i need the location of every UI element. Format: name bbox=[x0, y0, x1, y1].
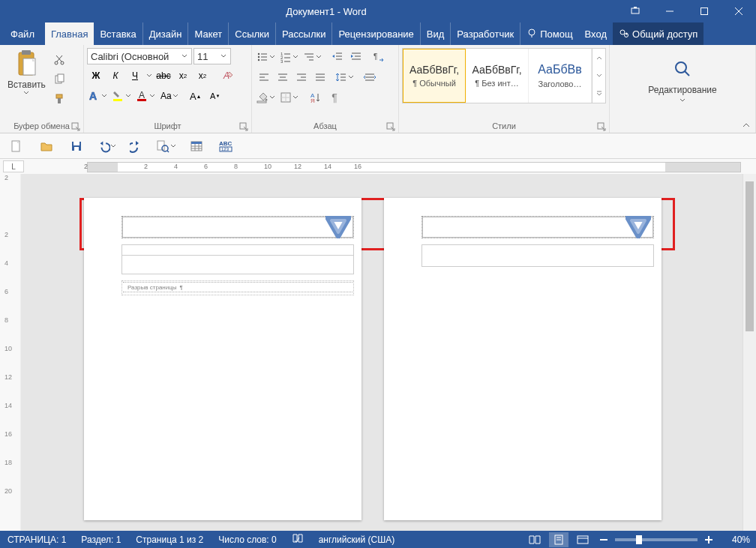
view-read-mode[interactable] bbox=[525, 532, 544, 547]
grow-font-button[interactable]: A▲ bbox=[187, 87, 205, 105]
redo-button[interactable] bbox=[126, 136, 147, 156]
ribbon-display-options-icon[interactable] bbox=[618, 0, 652, 22]
zoom-percent[interactable]: 40% bbox=[720, 535, 750, 545]
maximize-button[interactable] bbox=[687, 0, 722, 22]
clear-formatting-button[interactable]: A bbox=[219, 67, 237, 85]
svg-rect-85 bbox=[74, 147, 79, 151]
underline-button[interactable]: Ч bbox=[126, 67, 144, 85]
subscript-button[interactable]: x2 bbox=[174, 67, 192, 85]
tab-insert[interactable]: Вставка bbox=[94, 22, 142, 45]
share-button[interactable]: Общий доступ bbox=[613, 22, 704, 45]
pages-canvas[interactable]: Разрыв страницы ¶ bbox=[21, 174, 742, 531]
save-button[interactable] bbox=[66, 136, 87, 156]
collapse-ribbon-icon[interactable] bbox=[742, 121, 751, 130]
align-center-button[interactable] bbox=[274, 68, 292, 86]
align-right-button[interactable] bbox=[292, 68, 310, 86]
horizontal-ruler[interactable]: L 2246810121416 bbox=[0, 159, 756, 174]
vertical-ruler[interactable]: 22468101214161820 bbox=[0, 174, 21, 531]
dialog-launcher-icon[interactable] bbox=[239, 122, 248, 131]
font-color-button[interactable]: A bbox=[135, 87, 158, 105]
new-doc-button[interactable] bbox=[6, 136, 27, 156]
numbered-list-button[interactable]: 123 bbox=[278, 48, 301, 66]
dialog-launcher-icon[interactable] bbox=[597, 122, 606, 131]
style-normal[interactable]: АаБбВвГг, ¶ Обычный bbox=[403, 49, 466, 103]
tab-selector[interactable]: L bbox=[3, 160, 24, 172]
strikethrough-button[interactable]: abc bbox=[154, 67, 172, 85]
style-name: ¶ Обычный bbox=[412, 79, 456, 88]
shrink-font-button[interactable]: A▼ bbox=[206, 87, 224, 105]
format-painter-button[interactable] bbox=[50, 90, 68, 108]
tab-developer[interactable]: Разработчик bbox=[451, 22, 520, 45]
shading-button[interactable] bbox=[255, 88, 278, 106]
word-count-button[interactable]: ABC123 bbox=[216, 136, 237, 156]
dialog-launcher-icon[interactable] bbox=[71, 122, 80, 131]
line-spacing-button[interactable] bbox=[334, 68, 356, 86]
view-web-layout[interactable] bbox=[573, 532, 592, 547]
borders-button[interactable] bbox=[278, 88, 301, 106]
svg-text:A: A bbox=[89, 90, 97, 102]
font-size-combo[interactable]: 11 bbox=[194, 48, 231, 64]
zoom-slider[interactable] bbox=[615, 538, 698, 541]
vertical-scrollbar[interactable] bbox=[742, 174, 756, 531]
zoom-in-button[interactable] bbox=[702, 532, 716, 547]
svg-text:123: 123 bbox=[221, 147, 230, 151]
left-to-right-button[interactable]: ¶ bbox=[370, 48, 388, 66]
style-no-spacing[interactable]: АаБбВвГг, ¶ Без инт… bbox=[466, 49, 529, 103]
open-button[interactable] bbox=[36, 136, 57, 156]
text-effects-button[interactable]: A bbox=[87, 87, 110, 105]
styles-row-down[interactable] bbox=[592, 67, 605, 85]
view-print-layout[interactable] bbox=[549, 532, 568, 547]
highlight-button[interactable] bbox=[111, 87, 134, 105]
undo-button[interactable] bbox=[96, 136, 117, 156]
numbering-icon: 123 bbox=[280, 51, 292, 63]
tab-view[interactable]: Вид bbox=[421, 22, 452, 45]
tab-references[interactable]: Ссылки bbox=[229, 22, 276, 45]
show-marks-button[interactable]: ¶ bbox=[326, 88, 344, 106]
tell-me-label: Помощ bbox=[540, 28, 572, 40]
cut-button[interactable] bbox=[50, 51, 68, 69]
status-page-of[interactable]: Страница 1 из 2 bbox=[128, 535, 211, 545]
editing-button[interactable]: Редактирование bbox=[639, 54, 725, 110]
tab-layout[interactable]: Макет bbox=[188, 22, 229, 45]
sort-button[interactable]: АЯ bbox=[307, 88, 325, 106]
paste-button[interactable]: Вставить bbox=[3, 48, 50, 97]
superscript-button[interactable]: x2 bbox=[194, 67, 212, 85]
distributed-button[interactable] bbox=[361, 68, 379, 86]
tab-file[interactable]: Файл bbox=[0, 22, 45, 45]
bullet-list-button[interactable] bbox=[255, 48, 278, 66]
tab-design[interactable]: Дизайн bbox=[143, 22, 189, 45]
status-proofing[interactable] bbox=[284, 533, 311, 546]
bold-button[interactable]: Ж bbox=[87, 67, 105, 85]
minimize-button[interactable] bbox=[652, 0, 687, 22]
styles-expand[interactable] bbox=[592, 85, 605, 103]
insert-table-button[interactable] bbox=[186, 136, 207, 156]
style-heading1[interactable]: АаБбВв Заголово… bbox=[529, 49, 592, 103]
tab-home[interactable]: Главная bbox=[45, 22, 94, 45]
tab-review[interactable]: Рецензирование bbox=[332, 22, 420, 45]
dialog-launcher-icon[interactable] bbox=[386, 122, 395, 131]
copy-button[interactable] bbox=[50, 70, 68, 88]
print-preview-button[interactable] bbox=[156, 136, 177, 156]
align-left-button[interactable] bbox=[255, 68, 273, 86]
status-section[interactable]: Раздел: 1 bbox=[74, 535, 128, 545]
font-name-combo[interactable]: Calibri (Основной bbox=[87, 48, 192, 64]
status-language[interactable]: английский (США) bbox=[311, 535, 402, 545]
close-button[interactable] bbox=[722, 0, 756, 22]
increase-indent-button[interactable] bbox=[347, 48, 365, 66]
tab-mailings[interactable]: Рассылки bbox=[276, 22, 332, 45]
styles-row-up[interactable] bbox=[592, 49, 605, 67]
status-words[interactable]: Число слов: 0 bbox=[211, 535, 284, 545]
justify-button[interactable] bbox=[311, 68, 329, 86]
status-page[interactable]: СТРАНИЦА: 1 bbox=[0, 535, 74, 545]
zoom-out-button[interactable] bbox=[597, 532, 610, 547]
styles-gallery-more[interactable] bbox=[592, 49, 605, 103]
change-case-button[interactable]: Aa bbox=[159, 87, 181, 105]
italic-button[interactable]: К bbox=[106, 67, 124, 85]
tell-me-button[interactable]: Помощ bbox=[520, 22, 578, 45]
chevron-up-icon bbox=[596, 55, 602, 61]
multilevel-list-button[interactable] bbox=[302, 48, 324, 66]
word-count-icon: ABC123 bbox=[218, 139, 235, 153]
chevron-down-icon[interactable] bbox=[146, 73, 153, 79]
sign-in-button[interactable]: Вход bbox=[579, 22, 613, 45]
decrease-indent-button[interactable] bbox=[328, 48, 346, 66]
